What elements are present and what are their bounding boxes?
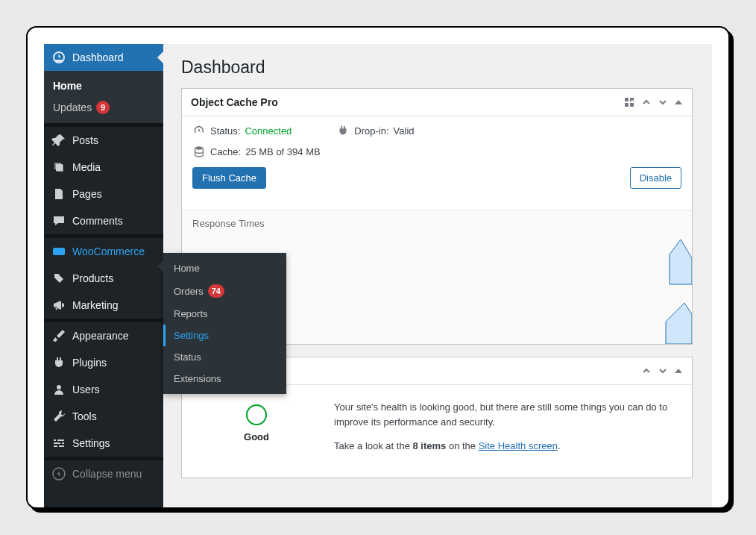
sidebar-label: Dashboard [72,51,124,63]
flyout-settings[interactable]: Settings [163,325,286,346]
sidebar-item-posts[interactable]: Posts [44,127,163,154]
orders-badge: 74 [208,284,224,298]
woocommerce-flyout: Home Orders 74 Reports Settings Status E… [163,253,286,394]
pin-icon [51,133,66,148]
sidebar-item-marketing[interactable]: Marketing [44,292,163,319]
object-cache-title: Object Cache Pro [191,96,278,108]
media-icon [51,160,66,175]
svg-rect-0 [53,248,65,255]
brush-icon [51,328,66,343]
gauge-ring-icon [246,404,267,425]
page-title: Dashboard [181,57,693,78]
disable-button[interactable]: Disable [630,167,681,189]
sidebar-item-products[interactable]: Products [44,265,163,292]
cache-value: 25 MB of 394 MB [245,146,320,157]
user-icon [51,382,66,397]
flyout-status[interactable]: Status [163,346,286,368]
sidebar-collapse[interactable]: Collapse menu [44,460,163,487]
flyout-home[interactable]: Home [163,257,286,279]
sliders-icon [51,436,66,451]
plugin-icon [51,355,66,370]
health-text: Your site's health is looking good, but … [334,400,677,463]
sidebar-item-comments[interactable]: Comments [44,207,163,234]
svg-point-1 [57,385,61,389]
chevron-down-icon[interactable] [658,366,668,376]
sidebar-item-dashboard[interactable]: Dashboard [44,44,163,71]
widget-move-icon[interactable] [623,96,635,108]
chevron-up-icon[interactable] [641,366,652,376]
admin-sidebar: Dashboard Home Updates 9 Posts Media Pag… [44,44,163,507]
products-icon [51,271,66,286]
triangle-up-icon[interactable] [674,98,683,107]
flyout-extensions[interactable]: Extensions [163,368,286,389]
triangle-up-icon[interactable] [674,366,683,375]
sidebar-item-settings[interactable]: Settings [44,430,163,457]
chevron-up-icon[interactable] [641,97,652,107]
sidebar-item-users[interactable]: Users [44,376,163,403]
dropin-value: Valid [394,125,415,137]
gauge-icon [192,124,206,137]
response-times-label: Response Times [192,218,681,229]
dropin-item: Drop-in: Valid [336,124,414,137]
collapse-icon [51,466,66,481]
health-gauge: Good [197,400,316,442]
wrench-icon [51,409,66,424]
sidebar-item-plugins[interactable]: Plugins [44,349,163,376]
database-icon [192,145,206,158]
comments-icon [51,213,66,228]
site-health-link[interactable]: Site Health screen [479,440,558,451]
sidebar-item-pages[interactable]: Pages [44,181,163,207]
pages-icon [51,187,66,201]
sidebar-sub-updates[interactable]: Updates 9 [44,96,163,119]
svg-point-3 [195,146,204,150]
flyout-reports[interactable]: Reports [163,303,286,325]
status-value: Connected [245,125,292,137]
status-item: Status: Connected [192,124,292,137]
sidebar-item-media[interactable]: Media [44,154,163,181]
sidebar-item-woocommerce[interactable]: WooCommerce [44,238,163,265]
sidebar-item-appearance[interactable]: Appearance [44,322,163,349]
sidebar-item-tools[interactable]: Tools [44,403,163,430]
woocommerce-icon [51,244,66,259]
sidebar-sub-home[interactable]: Home [44,75,163,96]
flush-cache-button[interactable]: Flush Cache [192,167,266,189]
cache-item: Cache: 25 MB of 394 MB [192,145,681,158]
updates-badge: 9 [96,101,110,114]
megaphone-icon [51,298,66,313]
dashboard-icon [51,50,66,65]
flyout-orders[interactable]: Orders 74 [163,279,286,303]
chevron-down-icon[interactable] [658,97,668,107]
plug-icon [336,124,350,137]
